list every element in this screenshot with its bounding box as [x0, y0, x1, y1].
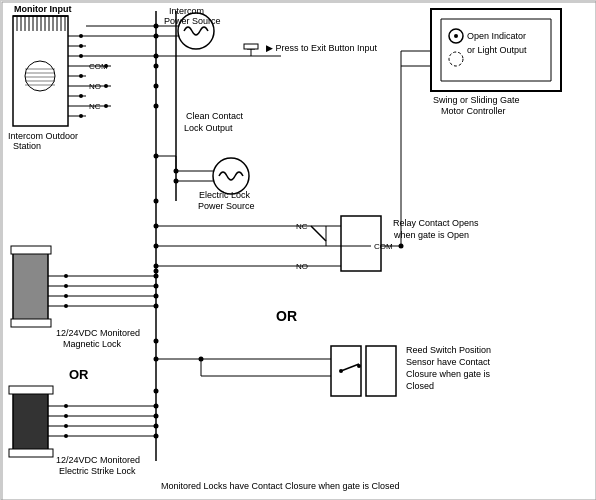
svg-text:12/24VDC Monitored: 12/24VDC Monitored: [56, 455, 140, 465]
svg-rect-107: [13, 251, 48, 321]
svg-point-140: [154, 414, 159, 419]
svg-text:Closure when gate is: Closure when gate is: [406, 369, 491, 379]
svg-text:Relay Contact Opens: Relay Contact Opens: [393, 218, 479, 228]
svg-point-85: [154, 244, 159, 249]
svg-point-144: [154, 434, 159, 439]
svg-point-90: [454, 34, 458, 38]
svg-text:Electric Lock: Electric Lock: [199, 190, 251, 200]
svg-text:Swing or Sliding Gate: Swing or Sliding Gate: [433, 95, 520, 105]
svg-text:Power Source: Power Source: [164, 16, 221, 26]
svg-rect-127: [9, 386, 53, 394]
svg-text:or Light Output: or Light Output: [467, 45, 527, 55]
svg-text:OR: OR: [276, 308, 297, 324]
svg-point-63: [154, 389, 159, 394]
svg-rect-126: [13, 391, 48, 451]
svg-rect-49: [244, 44, 258, 49]
svg-text:Power Source: Power Source: [198, 201, 255, 211]
svg-point-83: [154, 224, 159, 229]
svg-point-39: [79, 114, 83, 118]
svg-point-31: [79, 74, 83, 78]
svg-point-23: [79, 34, 83, 38]
svg-rect-98: [366, 346, 396, 396]
svg-point-60: [154, 199, 159, 204]
svg-text:12/24VDC Monitored: 12/24VDC Monitored: [56, 328, 140, 338]
svg-rect-109: [11, 319, 51, 327]
svg-text:Lock Output: Lock Output: [184, 123, 233, 133]
svg-text:Monitored Locks have Contact C: Monitored Locks have Contact Closure whe…: [161, 481, 400, 491]
svg-point-61: [154, 269, 159, 274]
svg-point-16: [25, 61, 55, 91]
svg-point-67: [213, 158, 249, 194]
svg-point-117: [64, 304, 68, 308]
svg-text:Station: Station: [13, 141, 41, 151]
svg-point-62: [154, 339, 159, 344]
svg-point-119: [154, 274, 159, 279]
svg-text:Clean Contact: Clean Contact: [186, 111, 244, 121]
svg-point-105: [339, 369, 343, 373]
svg-point-57: [154, 84, 159, 89]
wiring-diagram: COM NO NC: [0, 0, 596, 500]
svg-point-37: [104, 104, 108, 108]
svg-point-115: [64, 294, 68, 298]
svg-point-138: [154, 404, 159, 409]
svg-point-123: [154, 294, 159, 299]
svg-point-89: [449, 52, 463, 66]
svg-point-106: [357, 364, 361, 368]
svg-text:Motor Controller: Motor Controller: [441, 106, 506, 116]
svg-point-136: [64, 434, 68, 438]
svg-point-134: [64, 424, 68, 428]
svg-text:COM: COM: [89, 62, 108, 71]
svg-text:Open Indicator: Open Indicator: [467, 31, 526, 41]
svg-point-71: [174, 179, 179, 184]
svg-text:Intercom Outdoor: Intercom Outdoor: [8, 131, 78, 141]
svg-point-121: [154, 284, 159, 289]
svg-point-111: [64, 274, 68, 278]
svg-text:NO: NO: [89, 82, 101, 91]
svg-point-56: [154, 64, 159, 69]
svg-point-132: [64, 414, 68, 418]
svg-text:Sensor have Contact: Sensor have Contact: [406, 357, 491, 367]
svg-text:Intercom: Intercom: [169, 6, 204, 16]
svg-point-130: [64, 404, 68, 408]
svg-point-35: [79, 94, 83, 98]
svg-rect-128: [9, 449, 53, 457]
svg-point-58: [154, 104, 159, 109]
svg-text:Magnetic Lock: Magnetic Lock: [63, 339, 122, 349]
svg-text:NC: NC: [89, 102, 101, 111]
svg-text:Monitor Input: Monitor Input: [14, 4, 71, 14]
svg-point-113: [64, 284, 68, 288]
svg-text:Closed: Closed: [406, 381, 434, 391]
svg-rect-97: [331, 346, 361, 396]
svg-text:Reed Switch Position: Reed Switch Position: [406, 345, 491, 355]
svg-point-27: [79, 54, 83, 58]
svg-point-33: [104, 84, 108, 88]
svg-rect-108: [11, 246, 51, 254]
svg-text:OR: OR: [69, 367, 89, 382]
svg-point-25: [79, 44, 83, 48]
svg-point-100: [154, 357, 159, 362]
svg-point-103: [199, 357, 204, 362]
svg-point-142: [154, 424, 159, 429]
svg-text:when gate is Open: when gate is Open: [393, 230, 469, 240]
svg-text:Electric Strike Lock: Electric Strike Lock: [59, 466, 136, 476]
svg-point-87: [154, 264, 159, 269]
svg-point-125: [154, 304, 159, 309]
svg-text:▶ Press to Exit Button Input: ▶ Press to Exit Button Input: [266, 43, 378, 53]
